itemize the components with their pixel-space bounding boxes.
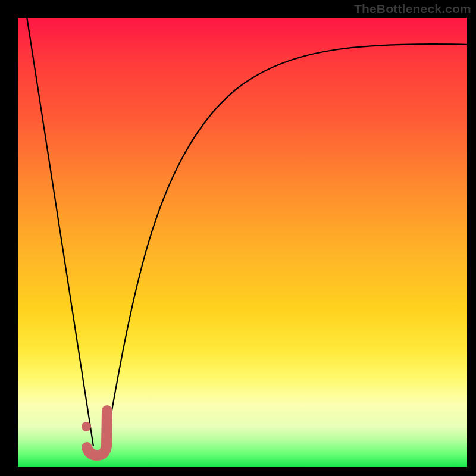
chart-frame: TheBottleneck.com [0, 0, 476, 476]
marker-j-stroke [87, 411, 107, 455]
chart-svg [18, 18, 467, 467]
curve-left-falling [27, 17, 93, 446]
curve-right-rising [104, 44, 470, 454]
marker-dot [82, 422, 91, 431]
watermark-text: TheBottleneck.com [354, 2, 471, 16]
